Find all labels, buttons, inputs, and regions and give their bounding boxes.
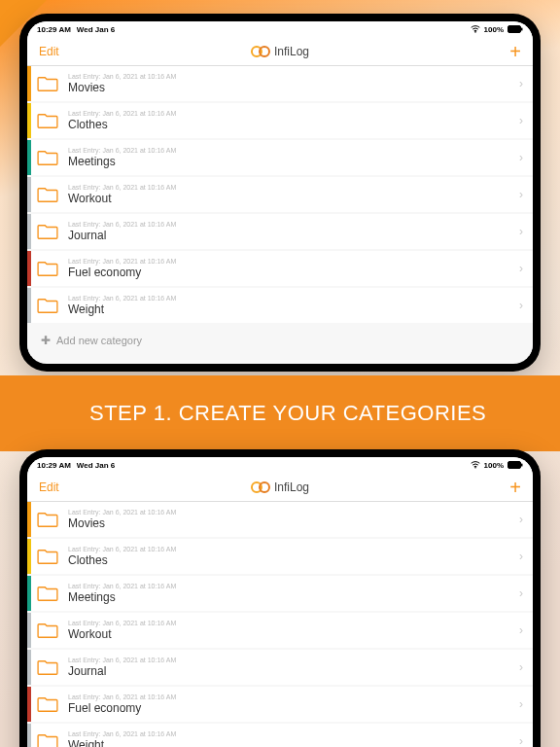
folder-icon <box>37 112 58 129</box>
chevron-right-icon: › <box>519 513 523 526</box>
chevron-right-icon: › <box>519 262 523 275</box>
category-title: Workout <box>68 192 519 205</box>
battery-icon <box>508 461 523 469</box>
category-title: Workout <box>68 627 519 641</box>
category-row[interactable]: Last Entry: Jan 6, 2021 at 10:16 AMMovie… <box>27 66 533 101</box>
status-bar: 10:29 AM Wed Jan 6 100% <box>27 21 533 37</box>
category-list: Last Entry: Jan 6, 2021 at 10:16 AMMovie… <box>27 66 533 356</box>
category-color-bar <box>27 251 31 286</box>
category-color-bar <box>27 539 31 574</box>
chevron-right-icon: › <box>519 660 523 674</box>
category-list: Last Entry: Jan 6, 2021 at 10:16 AMMovie… <box>27 502 533 747</box>
svg-rect-1 <box>508 26 521 33</box>
status-date: Wed Jan 6 <box>77 25 115 34</box>
folder-icon <box>37 548 58 565</box>
category-text: Last Entry: Jan 6, 2021 at 10:16 AMMovie… <box>68 509 519 531</box>
category-title: Weight <box>68 738 519 747</box>
category-row[interactable]: Last Entry: Jan 6, 2021 at 10:16 AMWorko… <box>27 177 533 212</box>
category-title: Journal <box>68 664 519 678</box>
nav-bar: Edit InfiLog + <box>27 473 533 502</box>
category-text: Last Entry: Jan 6, 2021 at 10:16 AMWeigh… <box>68 730 519 747</box>
folder-icon <box>37 622 58 639</box>
category-color-bar <box>27 103 31 138</box>
edit-button[interactable]: Edit <box>39 480 59 494</box>
category-title: Movies <box>68 81 519 94</box>
folder-icon <box>37 732 58 747</box>
chevron-right-icon: › <box>519 550 523 563</box>
category-color-bar <box>27 502 31 537</box>
category-row[interactable]: Last Entry: Jan 6, 2021 at 10:16 AMMeeti… <box>27 140 533 175</box>
category-last-entry: Last Entry: Jan 6, 2021 at 10:16 AM <box>68 221 519 229</box>
category-row[interactable]: Last Entry: Jan 6, 2021 at 10:16 AMCloth… <box>27 103 533 138</box>
tablet-frame-bottom: 10:29 AM Wed Jan 6 100% Edit InfiLog <box>19 449 541 747</box>
chevron-right-icon: › <box>519 225 523 238</box>
category-color-bar <box>27 613 31 648</box>
category-last-entry: Last Entry: Jan 6, 2021 at 10:16 AM <box>68 694 519 701</box>
app-title-text: InfiLog <box>274 45 309 58</box>
category-color-bar <box>27 576 31 611</box>
folder-icon <box>37 658 58 676</box>
wifi-icon <box>471 461 480 469</box>
infinity-logo-icon <box>251 481 270 493</box>
battery-icon <box>508 25 523 33</box>
category-title: Movies <box>68 516 519 530</box>
category-row[interactable]: Last Entry: Jan 6, 2021 at 10:16 AMWorko… <box>27 613 533 648</box>
status-bar: 10:29 AM Wed Jan 6 100% <box>27 457 533 473</box>
svg-rect-2 <box>521 28 523 31</box>
nav-bar: Edit InfiLog + <box>27 37 533 66</box>
tablet-frame-top: 10:29 AM Wed Jan 6 100% Edit InfiLog <box>19 14 541 372</box>
category-row[interactable]: Last Entry: Jan 6, 2021 at 10:16 AMFuel … <box>27 687 533 722</box>
category-text: Last Entry: Jan 6, 2021 at 10:16 AMFuel … <box>68 694 519 716</box>
category-row[interactable]: Last Entry: Jan 6, 2021 at 10:16 AMMeeti… <box>27 576 533 611</box>
svg-rect-5 <box>521 464 523 467</box>
chevron-right-icon: › <box>519 734 523 747</box>
category-row[interactable]: Last Entry: Jan 6, 2021 at 10:16 AMMovie… <box>27 502 533 537</box>
category-color-bar <box>27 66 31 101</box>
folder-icon <box>37 149 58 166</box>
folder-icon <box>37 695 58 713</box>
app-title-text: InfiLog <box>274 480 309 494</box>
category-row[interactable]: Last Entry: Jan 6, 2021 at 10:16 AMCloth… <box>27 539 533 574</box>
category-text: Last Entry: Jan 6, 2021 at 10:16 AMCloth… <box>68 110 519 132</box>
chevron-right-icon: › <box>519 114 523 127</box>
category-row[interactable]: Last Entry: Jan 6, 2021 at 10:16 AMWeigh… <box>27 724 533 747</box>
category-text: Last Entry: Jan 6, 2021 at 10:16 AMJourn… <box>68 657 519 679</box>
category-text: Last Entry: Jan 6, 2021 at 10:16 AMWeigh… <box>68 295 519 317</box>
screen-bottom: 10:29 AM Wed Jan 6 100% Edit InfiLog <box>27 457 533 747</box>
folder-icon <box>37 75 58 92</box>
edit-button[interactable]: Edit <box>39 45 59 58</box>
category-text: Last Entry: Jan 6, 2021 at 10:16 AMWorko… <box>68 620 519 642</box>
folder-icon <box>37 186 58 203</box>
chevron-right-icon: › <box>519 623 523 637</box>
category-last-entry: Last Entry: Jan 6, 2021 at 10:16 AM <box>68 184 519 192</box>
category-color-bar <box>27 687 31 722</box>
category-row[interactable]: Last Entry: Jan 6, 2021 at 10:16 AMJourn… <box>27 214 533 249</box>
status-battery-pct: 100% <box>484 25 504 34</box>
category-title: Clothes <box>68 553 519 567</box>
folder-icon <box>37 297 58 314</box>
screen-top: 10:29 AM Wed Jan 6 100% Edit InfiLog <box>27 21 533 364</box>
add-button[interactable]: + <box>509 478 521 497</box>
folder-icon <box>37 223 58 240</box>
category-color-bar <box>27 724 31 747</box>
category-last-entry: Last Entry: Jan 6, 2021 at 10:16 AM <box>68 110 519 118</box>
add-button[interactable]: + <box>509 42 521 61</box>
chevron-right-icon: › <box>519 697 523 711</box>
chevron-right-icon: › <box>519 77 523 90</box>
category-row[interactable]: Last Entry: Jan 6, 2021 at 10:16 AMWeigh… <box>27 288 533 323</box>
category-title: Meetings <box>68 590 519 604</box>
add-category-row[interactable]: ✚Add new category <box>27 325 533 356</box>
category-row[interactable]: Last Entry: Jan 6, 2021 at 10:16 AMJourn… <box>27 650 533 685</box>
svg-point-3 <box>474 467 476 469</box>
chevron-right-icon: › <box>519 587 523 600</box>
category-last-entry: Last Entry: Jan 6, 2021 at 10:16 AM <box>68 258 519 266</box>
status-battery-pct: 100% <box>484 461 504 470</box>
category-row[interactable]: Last Entry: Jan 6, 2021 at 10:16 AMFuel … <box>27 251 533 286</box>
category-last-entry: Last Entry: Jan 6, 2021 at 10:16 AM <box>68 620 519 627</box>
category-title: Fuel economy <box>68 701 519 715</box>
category-color-bar <box>27 214 31 249</box>
category-last-entry: Last Entry: Jan 6, 2021 at 10:16 AM <box>68 583 519 590</box>
app-title: InfiLog <box>251 480 309 494</box>
category-last-entry: Last Entry: Jan 6, 2021 at 10:16 AM <box>68 73 519 81</box>
wifi-icon <box>471 25 480 33</box>
